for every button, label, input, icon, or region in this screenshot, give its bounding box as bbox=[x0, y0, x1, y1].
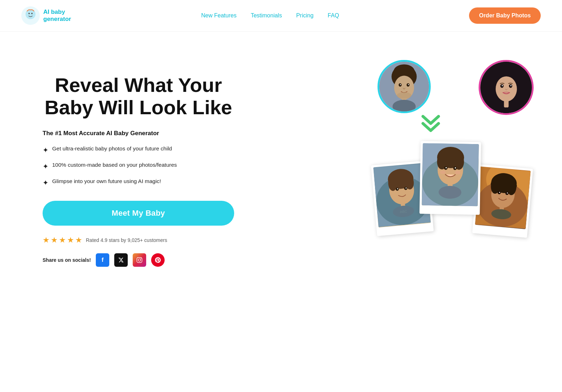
svg-rect-18 bbox=[485, 80, 495, 103]
parent-male-photo bbox=[378, 60, 431, 113]
star-3: ★ bbox=[59, 236, 66, 245]
rating-row: ★ ★ ★ ★ ★ Rated 4.9 stars by 9,025+ cust… bbox=[43, 236, 234, 245]
facebook-button[interactable]: f bbox=[96, 253, 109, 267]
male-face-svg bbox=[379, 62, 429, 111]
meet-baby-button[interactable]: Meet My Baby bbox=[43, 201, 234, 226]
instagram-button[interactable] bbox=[133, 253, 146, 267]
twitter-button[interactable] bbox=[114, 253, 128, 267]
svg-point-23 bbox=[502, 85, 503, 86]
svg-point-11 bbox=[408, 84, 409, 85]
svg-point-24 bbox=[510, 85, 511, 86]
social-row: Share us on socials! f bbox=[43, 253, 234, 267]
navbar: AI baby generator New Features Testimoni… bbox=[0, 0, 562, 32]
svg-point-2 bbox=[28, 13, 30, 14]
nav-new-features[interactable]: New Features bbox=[201, 12, 237, 18]
chevron-down-icon bbox=[420, 115, 441, 135]
feature-item-2: ✦ 100% custom-made based on your photos/… bbox=[43, 161, 234, 172]
logo[interactable]: AI baby generator bbox=[21, 6, 71, 25]
baby2-svg bbox=[422, 143, 479, 206]
hero-left: Reveal What Your Baby Will Look Like The… bbox=[43, 60, 234, 267]
x-icon bbox=[118, 257, 124, 263]
female-face-svg bbox=[480, 62, 532, 113]
social-label: Share us on socials! bbox=[43, 257, 91, 263]
svg-rect-25 bbox=[504, 100, 508, 108]
star-rating: ★ ★ ★ ★ ★ bbox=[43, 236, 82, 245]
chevron-svg bbox=[420, 115, 441, 133]
baby3-svg bbox=[475, 167, 531, 229]
hero-section: Reveal What Your Baby Will Look Like The… bbox=[0, 32, 562, 288]
nav-faq[interactable]: FAQ bbox=[328, 12, 339, 18]
order-photos-button[interactable]: Order Baby Photos bbox=[469, 7, 541, 24]
baby-photo-2 bbox=[419, 141, 481, 215]
star-1: ★ bbox=[43, 236, 50, 245]
hero-subtitle: The #1 Most Accurate AI Baby Generator bbox=[43, 130, 234, 137]
svg-point-3 bbox=[31, 13, 33, 14]
logo-icon bbox=[21, 6, 40, 25]
nav-pricing[interactable]: Pricing bbox=[296, 12, 314, 18]
hero-title: Reveal What Your Baby Will Look Like bbox=[43, 74, 234, 118]
rating-text: Rated 4.9 stars by 9,025+ customers bbox=[86, 237, 167, 243]
nav-testimonials[interactable]: Testimonials bbox=[251, 12, 282, 18]
hero-illustration: ABC bbox=[363, 60, 541, 259]
feature-icon-2: ✦ bbox=[43, 161, 49, 172]
feature-item-1: ✦ Get ultra-realistic baby photos of you… bbox=[43, 145, 234, 155]
svg-rect-19 bbox=[517, 80, 527, 103]
instagram-icon bbox=[137, 257, 142, 263]
feature-list: ✦ Get ultra-realistic baby photos of you… bbox=[43, 145, 234, 188]
svg-point-20 bbox=[496, 76, 517, 101]
star-5: ★ bbox=[75, 236, 82, 245]
parent-female-photo bbox=[479, 60, 534, 115]
star-4: ★ bbox=[67, 236, 74, 245]
baby-photos-stack: ABC bbox=[374, 142, 530, 252]
feature-item-3: ✦ Glimpse into your own future using AI … bbox=[43, 177, 234, 188]
svg-point-10 bbox=[400, 84, 401, 85]
baby-photo-3 bbox=[472, 164, 533, 238]
logo-text: AI baby generator bbox=[43, 9, 71, 23]
svg-point-14 bbox=[397, 92, 411, 99]
pinterest-button[interactable] bbox=[151, 253, 165, 267]
feature-icon-3: ✦ bbox=[43, 178, 49, 188]
svg-text:ABC: ABC bbox=[400, 209, 407, 214]
nav-links: New Features Testimonials Pricing FAQ bbox=[201, 12, 339, 19]
star-2: ★ bbox=[51, 236, 58, 245]
pinterest-icon bbox=[155, 257, 161, 263]
feature-icon-1: ✦ bbox=[43, 145, 49, 155]
